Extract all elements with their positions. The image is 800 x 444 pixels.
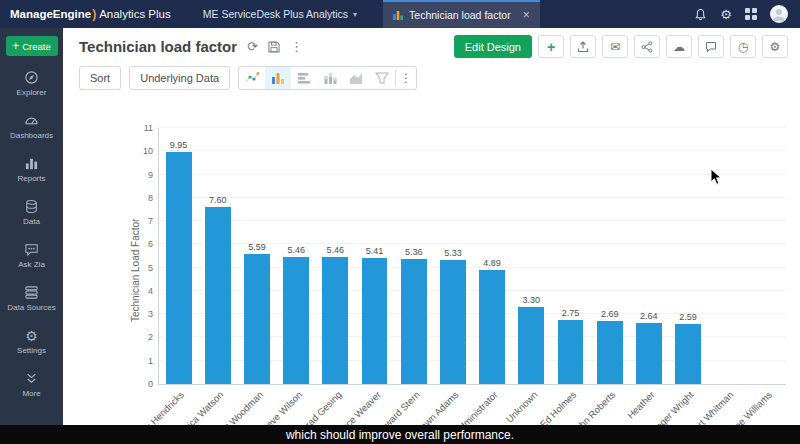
schedule-button[interactable]: ◷	[730, 35, 756, 58]
bar-value-label: 2.64	[640, 311, 658, 321]
gear-icon: ⚙	[25, 329, 38, 343]
workspace-name: ME ServiceDesk Plus Analytics	[203, 8, 348, 20]
more-options-icon[interactable]: ⋮	[290, 40, 303, 53]
publish-button[interactable]: ☁	[666, 35, 692, 58]
sidebar-item-more[interactable]: More	[0, 363, 63, 406]
settings-button[interactable]: ⚙	[762, 35, 788, 58]
sidebar-item-label: Explorer	[17, 88, 47, 97]
chart-container: Technician Load Factor 9.95Lynn Hendrick…	[126, 116, 800, 426]
double-chevron-down-icon	[24, 371, 39, 386]
plus-icon: +	[12, 40, 19, 52]
create-button[interactable]: + Create	[6, 36, 58, 56]
app-window: ManageEngine ) Analytics Plus ME Service…	[0, 0, 800, 444]
main-content: Technician load factor ⟳ ⋮ Edit Design +	[63, 28, 800, 444]
sidebar-item-label: Data	[23, 217, 40, 226]
chart-bar[interactable]	[597, 321, 623, 384]
sidebar-item-label: Dashboards	[10, 131, 53, 140]
chart-bar[interactable]	[244, 254, 270, 384]
chart-bar[interactable]	[675, 324, 701, 384]
clock-icon: ◷	[738, 40, 748, 54]
y-axis-tick-label: 0	[148, 380, 153, 389]
sidebar-item-data-sources[interactable]: Data Sources	[0, 277, 63, 320]
bar-slot: 2.69John Roberts	[590, 128, 629, 384]
y-axis-title: Technician Load Factor	[130, 128, 141, 413]
bar-slot: 5.59Robert Woodman	[237, 128, 276, 384]
bar-value-label: 5.41	[366, 246, 384, 256]
chart-bar[interactable]	[479, 270, 505, 384]
gear-icon: ⚙	[770, 40, 781, 54]
sidebar-item-explorer[interactable]: Explorer	[0, 62, 63, 105]
gear-icon[interactable]: ⚙	[720, 8, 732, 21]
brand-analytics-plus: Analytics Plus	[99, 8, 171, 20]
chart-type-area-icon[interactable]	[343, 67, 369, 89]
bar-slot: 5.46Steve Wilson	[277, 128, 316, 384]
person-icon	[770, 5, 788, 23]
x-axis-category-label: Heather	[625, 389, 657, 421]
export-button[interactable]	[570, 35, 596, 58]
page-title: Technician load factor	[79, 38, 237, 55]
chart-bar[interactable]	[362, 258, 388, 384]
chart-bar[interactable]	[558, 320, 584, 384]
bar-value-label: 2.75	[562, 308, 580, 318]
bar-value-label: 7.60	[209, 195, 227, 205]
chart-bar[interactable]	[518, 307, 544, 384]
bar-slot: 9.95Lynn Hendricks	[159, 128, 198, 384]
sidebar-item-data[interactable]: Data	[0, 191, 63, 234]
comment-button[interactable]	[698, 35, 724, 58]
report-header: Technician load factor ⟳ ⋮ Edit Design +	[63, 28, 800, 60]
bell-icon[interactable]	[694, 8, 707, 21]
bar-value-label: 3.30	[523, 295, 541, 305]
chart-bar[interactable]	[205, 207, 231, 384]
sidebar-item-label: More	[22, 389, 40, 398]
bar-value-label: 2.59	[679, 312, 697, 322]
y-axis-tick-label: 7	[148, 217, 153, 226]
topbar-actions: ⚙	[694, 5, 800, 23]
x-axis-category-label: Ed Holmes	[538, 389, 579, 430]
bar-slot: 4.89administrator	[473, 128, 512, 384]
chart-type-funnel-icon[interactable]	[369, 67, 395, 89]
plot-area: 9.95Lynn Hendricks7.60Frederica Watson5.…	[158, 128, 786, 385]
add-button[interactable]: +	[538, 35, 564, 58]
sidebar-item-dashboards[interactable]: Dashboards	[0, 105, 63, 148]
refresh-icon[interactable]: ⟳	[247, 40, 258, 53]
bar-slot: 5.33Shawn Adams	[433, 128, 472, 384]
chart-bar[interactable]	[166, 152, 192, 384]
chart-bar[interactable]	[283, 257, 309, 384]
export-icon	[577, 41, 589, 53]
chart-bar[interactable]	[636, 323, 662, 384]
database-icon	[24, 199, 39, 214]
chart-type-stacked-icon[interactable]	[317, 67, 343, 89]
user-avatar[interactable]	[770, 5, 788, 23]
chart-bar[interactable]	[322, 257, 348, 384]
apps-grid-icon[interactable]	[745, 8, 757, 20]
chart-type-bar-icon[interactable]	[291, 67, 317, 89]
bar-slot: 5.46Brad Gesing	[316, 128, 355, 384]
tab-label: Technician load factor	[409, 9, 511, 21]
chart-type-scatter-icon[interactable]	[239, 67, 265, 89]
share-button[interactable]	[634, 35, 660, 58]
chart-type-column-icon[interactable]	[265, 67, 291, 89]
y-axis-tick-label: 10	[143, 147, 153, 156]
sort-button[interactable]: Sort	[79, 66, 121, 90]
chart-bar[interactable]	[440, 260, 466, 384]
chart-type-more-icon[interactable]: ⋮	[396, 71, 416, 85]
bar-value-label: 9.95	[170, 140, 188, 150]
sidebar-item-label: Reports	[17, 174, 45, 183]
bar-value-label: 5.33	[444, 248, 462, 258]
bar-slot: Robert Whitman	[708, 128, 747, 384]
workspace-selector[interactable]: ME ServiceDesk Plus Analytics ▾	[203, 8, 357, 20]
y-axis-tick-label: 6	[148, 240, 153, 249]
email-button[interactable]: ✉	[602, 35, 628, 58]
report-toolbar: Sort Underlying Data	[63, 60, 800, 94]
save-icon[interactable]	[268, 41, 280, 53]
close-icon[interactable]: ×	[523, 8, 530, 22]
tab-technician-load-factor[interactable]: Technician load factor ×	[383, 0, 540, 28]
sidebar-item-settings[interactable]: ⚙ Settings	[0, 320, 63, 363]
chart-bar[interactable]	[401, 259, 427, 384]
sidebar-item-ask-zia[interactable]: Ask Zia	[0, 234, 63, 277]
edit-design-button[interactable]: Edit Design	[454, 35, 532, 58]
sidebar-item-reports[interactable]: Reports	[0, 148, 63, 191]
topbar: ManageEngine ) Analytics Plus ME Service…	[0, 0, 800, 28]
bar-value-label: 4.89	[483, 258, 501, 268]
underlying-data-button[interactable]: Underlying Data	[129, 66, 230, 90]
